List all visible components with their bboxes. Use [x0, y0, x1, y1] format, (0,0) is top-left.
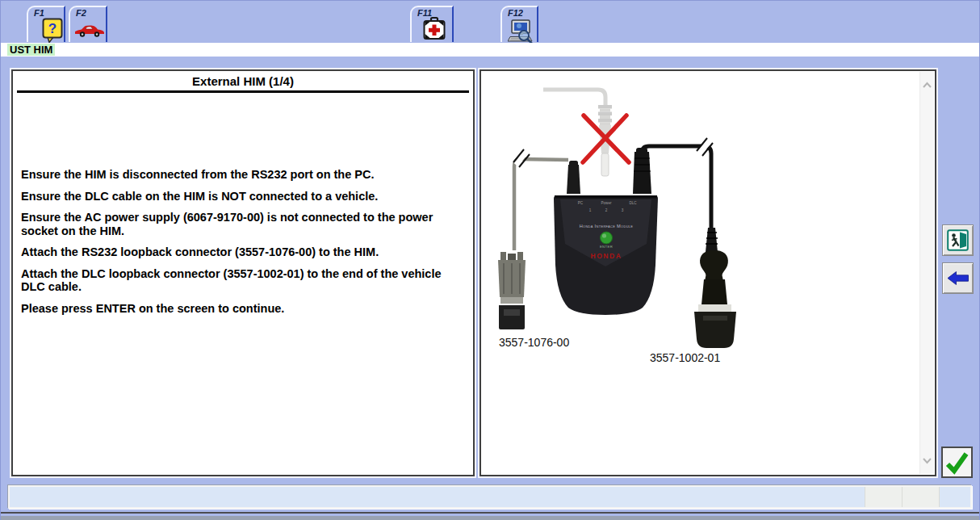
port-label-dlc: DLC [629, 201, 637, 205]
instruction-text: Ensure the DLC cable on the HIM is NOT c… [21, 190, 444, 203]
dlc-loopback-connector [694, 228, 736, 348]
first-aid-kit-icon [422, 16, 446, 42]
instruction-text: Please press ENTER on the screen to cont… [21, 302, 444, 316]
f11-first-aid-button[interactable]: F11 [410, 6, 454, 42]
exit-button[interactable] [942, 224, 974, 256]
dlc-port-plug [633, 148, 651, 194]
enter-button-led [601, 232, 613, 244]
dlc-loopback-label: 3557-1002-01 [650, 351, 720, 364]
instruction-text: Attach the RS232 loopback connector (355… [21, 245, 444, 259]
svg-text:?: ? [48, 21, 57, 36]
him-diagram: PC Power DLC 1 2 3 Honda Interface Modul… [483, 73, 923, 420]
toolbar: F1 ? F2 F11 F12 [0, 0, 980, 43]
port-label-pc: PC [578, 201, 584, 205]
f1-help-button[interactable]: F1 ? [27, 6, 65, 42]
rs232-loopback-label: 3557-1076-00 [499, 336, 569, 349]
back-button[interactable] [942, 262, 974, 294]
title-separator [17, 90, 469, 93]
breadcrumb: UST HIM [7, 44, 55, 56]
rs232-loopback-connector [498, 252, 526, 329]
confirm-button[interactable] [941, 447, 973, 478]
f12-key-label: F12 [508, 8, 523, 18]
instruction-list: Ensure the HIM is disconnected from the … [13, 168, 473, 315]
help-question-icon: ? [42, 18, 63, 43]
f1-key-label: F1 [34, 8, 44, 18]
f2-vehicle-button[interactable]: F2 [69, 6, 107, 42]
computer-search-icon [508, 19, 534, 44]
vehicle-car-icon [74, 23, 105, 38]
f12-pc-diagnostics-button[interactable]: F12 [500, 6, 538, 42]
check-icon [944, 450, 970, 475]
status-cell [902, 487, 940, 507]
pc-port-plug [567, 161, 580, 194]
him-module: PC Power DLC 1 2 3 Honda Interface Modul… [554, 195, 658, 315]
instruction-text: Ensure the HIM is disconnected from the … [21, 168, 444, 182]
diagram-panel: PC Power DLC 1 2 3 Honda Interface Modul… [480, 69, 936, 476]
back-arrow-icon [948, 271, 969, 285]
device-name-label: Honda Interface Module [580, 224, 634, 229]
honda-brand-label: HONDA [590, 252, 622, 260]
breadcrumb-bar: UST HIM [0, 43, 980, 57]
instructions-panel: External HIM (1/4) Ensure the HIM is dis… [11, 69, 475, 476]
port-label-power: Power [601, 201, 611, 205]
window-footer [0, 510, 980, 520]
f2-key-label: F2 [76, 8, 86, 18]
enter-label: ENTER [600, 245, 613, 249]
page-title: External HIM (1/4) [13, 71, 473, 88]
scroll-up-icon[interactable] [922, 82, 932, 89]
scroll-down-icon[interactable] [922, 457, 932, 464]
status-bar [8, 485, 972, 509]
led-label-2: 2 [605, 208, 608, 212]
led-label-1: 1 [589, 208, 592, 212]
instruction-text: Attach the DLC loopback connector (3557-… [21, 267, 444, 294]
scrollbar[interactable] [919, 72, 934, 474]
led-label-3: 3 [622, 208, 624, 212]
status-cell [865, 487, 903, 507]
instruction-text: Ensure the AC power supply (6067-9170-00… [21, 211, 444, 237]
exit-icon [947, 229, 969, 251]
